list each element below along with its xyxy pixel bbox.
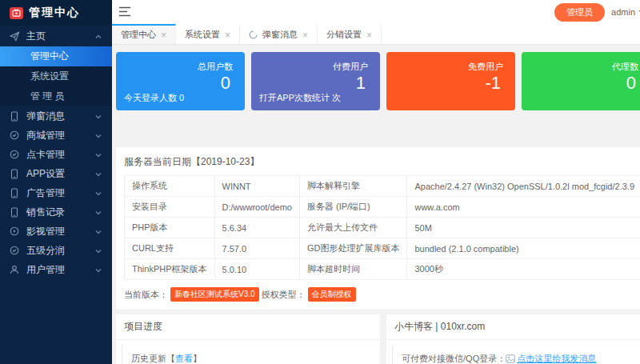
- app-window: 管理中心 主页 管理中心 系统设置 管 理 员: [0, 0, 640, 364]
- sidebar-item-video-manage[interactable]: 影视管理: [0, 222, 112, 241]
- card-free-users: 免费用户 -1: [386, 52, 515, 110]
- close-icon[interactable]: ×: [302, 30, 308, 40]
- tab-manage-center[interactable]: 管理中心 ×: [112, 24, 176, 44]
- tab-system-settings[interactable]: 系统设置 ×: [176, 24, 240, 44]
- sidebar-item-mall-manage[interactable]: 商城管理: [0, 126, 112, 145]
- qq-contact-text: 可付费对接微信/QQ登录：: [402, 354, 506, 363]
- version-badge: 新春社区测试系统V3.0: [170, 287, 259, 302]
- license-label: 授权类型：: [262, 289, 306, 301]
- table-cell: www.a.com: [407, 197, 640, 218]
- table-cell: bundled (2.1.0 compatible): [407, 238, 640, 259]
- server-info-panel: 服务器当前日期【2019-10-23】 操作系统 WINNT 脚本解释引擎 Ap…: [116, 147, 640, 310]
- table-row: 操作系统 WINNT 脚本解释引擎 Apache/2.4.27 (Win32) …: [125, 176, 640, 197]
- send-message-link[interactable]: 点击这里给我发消息: [517, 354, 596, 363]
- sidebar-item-label: 商城管理: [26, 129, 88, 142]
- table-cell: PHP版本: [125, 218, 215, 238]
- version-label: 当前版本：: [124, 289, 168, 301]
- timeline-item: 可付费对接微信/QQ登录：点击这里给我发消息: [402, 346, 640, 364]
- sidebar-item-system-settings[interactable]: 系统设置: [0, 66, 112, 86]
- timeline-item: 历史更新【查看】: [131, 346, 380, 364]
- user-icon: [10, 265, 20, 275]
- sidebar-item-sales-record[interactable]: 销售记录: [0, 202, 112, 222]
- view-link[interactable]: 查看: [175, 354, 193, 363]
- tabbar: 管理中心 × 系统设置 × 弹窗消息 × 分销设置 ×: [112, 24, 640, 45]
- sidebar-item-app-settings[interactable]: APP设置: [0, 164, 112, 183]
- menu-collapse-icon[interactable]: [118, 6, 133, 18]
- sidebar-item-label: APP设置: [26, 167, 88, 181]
- user-menu[interactable]: admin: [611, 7, 640, 17]
- card-value: 1: [251, 73, 380, 93]
- sidebar-item-label: 五级分润: [26, 244, 88, 258]
- sidebar-item-administrator[interactable]: 管 理 员: [0, 86, 112, 106]
- sidebar-item-label: 点卡管理: [26, 148, 88, 162]
- sidebar-item-popup-message[interactable]: 弹窗消息: [0, 106, 112, 126]
- progress-timeline: 历史更新【查看】 更新全新UI，待增加功能 修复上传问题，修复所有后台问题 开发…: [122, 345, 380, 364]
- chevron-down-icon: [94, 170, 102, 178]
- card-label: 代理数: [522, 52, 640, 73]
- sidebar: 管理中心 主页 管理中心 系统设置 管 理 员: [0, 0, 112, 364]
- chevron-down-icon: [94, 112, 102, 120]
- chevron-down-icon: [94, 189, 102, 197]
- phone-icon: [10, 188, 20, 198]
- sidebar-item-five-level-profit[interactable]: 五级分润: [0, 241, 112, 260]
- sidebar-item-card-manage[interactable]: 点卡管理: [0, 145, 112, 164]
- table-cell: ThinkPHP框架版本: [125, 259, 215, 280]
- sidebar-item-ad-manage[interactable]: 广告管理: [0, 183, 112, 202]
- sidebar-item-manage-center[interactable]: 管理中心: [0, 46, 112, 66]
- home-submenu: 管理中心 系统设置 管 理 员: [0, 46, 112, 106]
- admin-role-button[interactable]: 管理员: [554, 3, 605, 22]
- chevron-down-icon: [94, 227, 102, 235]
- version-line: 当前版本： 新春社区测试系统V3.0 授权类型： 会员制授权: [124, 287, 640, 302]
- tv-logo-icon: [10, 7, 23, 19]
- chevron-down-icon: [94, 246, 102, 254]
- table-row: 安装目录 D:/wwwroot/demo 服务器 (IP/端口) www.a.c…: [125, 197, 640, 218]
- table-cell: 操作系统: [125, 176, 215, 197]
- send-icon: [10, 31, 20, 42]
- close-icon[interactable]: ×: [225, 30, 230, 40]
- table-cell: 50M: [407, 218, 640, 238]
- table-cell: CURL支持: [125, 238, 215, 259]
- panel-title: 小牛博客 | 010xr.com: [386, 314, 640, 340]
- table-cell: 脚本解释引擎: [299, 176, 407, 197]
- chevron-down-icon: [94, 266, 102, 274]
- card-paid-users: 付费用户 1 打开APP次数统计 次: [251, 52, 380, 110]
- tab-distribution-settings[interactable]: 分销设置 ×: [318, 24, 382, 44]
- table-cell: 服务器 (IP/端口): [299, 197, 407, 218]
- table-cell: GD图形处理扩展库版本: [299, 238, 407, 259]
- sidebar-item-label: 影视管理: [26, 225, 88, 238]
- tab-label: 管理中心: [121, 29, 156, 41]
- close-icon[interactable]: ×: [161, 30, 166, 40]
- table-cell: 5.0.10: [214, 259, 299, 280]
- username: admin: [611, 7, 635, 17]
- card-label: 免费用户: [386, 52, 515, 73]
- close-icon[interactable]: ×: [366, 30, 372, 40]
- table-cell: Apache/2.4.27 (Win32) OpenSSL/1.0.2l mod…: [407, 176, 640, 197]
- server-info-table: 操作系统 WINNT 脚本解释引擎 Apache/2.4.27 (Win32) …: [124, 175, 640, 280]
- table-cell: WINNT: [214, 176, 299, 197]
- phone-icon: [10, 207, 20, 218]
- app-logo: 管理中心: [0, 0, 112, 26]
- loading-icon: [249, 30, 258, 39]
- table-cell: 3000秒: [407, 259, 640, 280]
- phone-icon: [10, 111, 20, 122]
- sidebar-item-label: 销售记录: [26, 206, 88, 219]
- circle-icon: [10, 246, 20, 256]
- play-circle-icon: [10, 226, 20, 237]
- table-cell: 5.6.34: [214, 218, 299, 238]
- app-title: 管理中心: [29, 6, 80, 20]
- card-footer: 打开APP次数统计 次: [259, 92, 341, 104]
- chevron-down-icon: [94, 208, 102, 216]
- panel-title: 项目进度: [116, 314, 380, 340]
- topbar: 管理员 admin: [112, 0, 640, 24]
- table-cell: 允许最大上传文件: [299, 218, 407, 238]
- sidebar-item-user-manage[interactable]: 用户管理: [0, 260, 112, 279]
- tab-label: 弹窗消息: [262, 29, 298, 41]
- tab-popup-message[interactable]: 弹窗消息 ×: [240, 24, 318, 44]
- table-cell: 安装目录: [125, 197, 215, 218]
- sidebar-item-home[interactable]: 主页: [0, 26, 112, 46]
- card-value: 0: [522, 73, 640, 93]
- blog-panel: 小牛博客 | 010xr.com 可付费对接微信/QQ登录：点击这里给我发消息: [386, 314, 640, 364]
- server-date-title: 服务器当前日期【2019-10-23】: [124, 155, 640, 169]
- card-total-users: 总用户数 0 今天登录人数 0: [116, 52, 245, 110]
- card-label: 总用户数: [116, 52, 245, 73]
